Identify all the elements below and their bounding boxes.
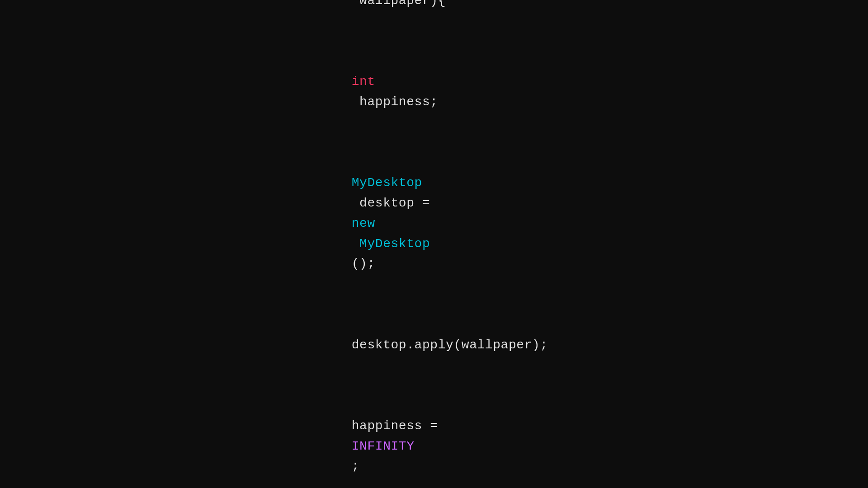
keyword-mydesktop-2: MyDesktop [352, 237, 430, 251]
indent-4 [352, 318, 383, 332]
code-line-1: private static int updateDesktop( Image … [320, 0, 548, 32]
keyword-new: new [352, 216, 375, 230]
line4-text: desktop.apply(wallpaper); [352, 338, 548, 352]
indent-3 [352, 155, 383, 169]
line5-text1: happiness = [352, 419, 446, 433]
code-line-3: MyDesktop desktop = new MyDesktop (); [320, 133, 548, 295]
code-line-2: int happiness; [320, 32, 548, 133]
keyword-mydesktop-1: MyDesktop [352, 176, 422, 190]
line2-rest: happiness; [352, 95, 438, 109]
indent-5 [352, 399, 383, 413]
indent-2 [352, 54, 383, 68]
code-line-4: desktop.apply(wallpaper); [320, 295, 548, 375]
keyword-infinity: INFINITY [352, 439, 415, 453]
line3-rest1: desktop = [352, 196, 438, 210]
line3-rest2: (); [352, 257, 375, 271]
keyword-int-2: int [352, 75, 375, 89]
line5-text2: ; [352, 459, 359, 473]
code-display: private static int updateDesktop( Image … [320, 0, 548, 488]
param: wallpaper){ [352, 0, 446, 8]
code-line-5: happiness = INFINITY ; [320, 375, 548, 488]
